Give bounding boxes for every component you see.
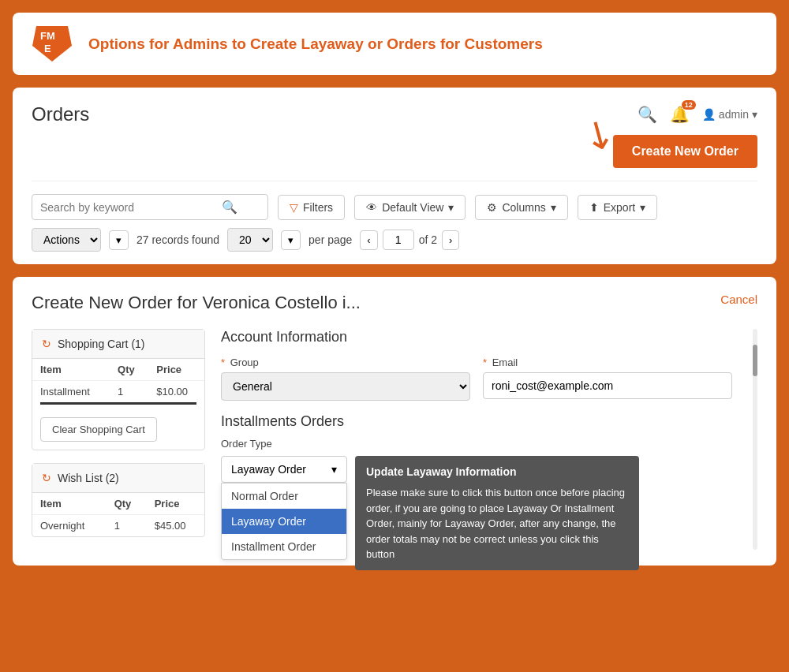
wishlist-section: ↻ Wish List (2) Item Qty Price Overnight… <box>32 463 205 537</box>
table-row: Overnight1$45.00 <box>32 515 204 537</box>
cart-col-price: Price <box>148 359 204 381</box>
create-new-order-panel: Create New Order for Veronica Costello i… <box>13 277 776 566</box>
search-row: 🔍 ▽ Filters 👁 Default View ▾ ⚙ Columns ▾… <box>32 194 757 220</box>
wishlist-col-price: Price <box>147 493 204 515</box>
email-label: * Email <box>483 357 732 368</box>
cancel-link[interactable]: Cancel <box>720 293 757 306</box>
order-type-label: Order Type <box>221 438 732 450</box>
tooltip-header: Update Layaway Information <box>366 464 628 480</box>
cart-item-qty: 1 <box>110 381 148 403</box>
svg-text:E: E <box>44 43 51 54</box>
create-new-order-button[interactable]: Create New Order <box>613 135 757 168</box>
actions-dropdown-btn[interactable]: ▾ <box>109 230 129 250</box>
search-submit-button[interactable]: 🔍 <box>222 200 237 215</box>
create-panel-header: Create New Order for Veronica Costello i… <box>32 293 757 313</box>
right-scrollbar[interactable] <box>753 329 757 550</box>
group-select[interactable]: General <box>221 372 470 401</box>
banner: FM E Options for Admins to Create Layawa… <box>13 13 776 75</box>
page-title: Orders <box>32 103 89 125</box>
chevron-down-icon: ▾ <box>640 201 645 214</box>
table-row: Installment1$10.00 <box>32 381 204 403</box>
eye-icon: 👁 <box>366 201 377 214</box>
cart-table-header-row: Item Qty Price <box>32 359 204 381</box>
user-icon: 👤 <box>702 108 716 121</box>
refresh-icon: ↻ <box>42 338 51 350</box>
installments-title: Installments Orders <box>221 413 732 430</box>
filters-button[interactable]: ▽ Filters <box>278 195 345 220</box>
page-number-input[interactable] <box>383 230 414 250</box>
wishlist-item-name: Overnight <box>32 515 107 537</box>
cart-col-item: Item <box>32 359 110 381</box>
pagination: ‹ of 2 › <box>360 230 459 250</box>
right-scrollbar-thumb <box>753 345 757 376</box>
filter-icon: ▽ <box>290 201 298 214</box>
wishlist-col-qty: Qty <box>107 493 147 515</box>
left-sidebar: ↻ Shopping Cart (1) Item Qty Price Insta… <box>32 329 205 550</box>
order-type-selected-value: Layaway Order <box>231 463 306 476</box>
export-label: Export <box>604 201 635 214</box>
orders-header: Orders 🔍 🔔 12 👤 admin ▾ <box>32 103 757 125</box>
order-type-row: Layaway Order ▾ Normal Order Layaway Ord… <box>221 456 732 483</box>
chevron-down-icon: ▾ <box>551 201 556 214</box>
wishlist-label: Wish List (2) <box>58 472 119 484</box>
group-form-group: * Group General <box>221 357 470 401</box>
notification-badge: 12 <box>682 100 696 110</box>
filter-label: Filters <box>303 201 333 214</box>
admin-label: admin <box>719 108 749 121</box>
clear-shopping-cart-button[interactable]: Clear Shopping Cart <box>40 417 157 442</box>
order-type-dropdown-area: Layaway Order ▾ Normal Order Layaway Ord… <box>221 456 347 483</box>
group-label: * Group <box>221 357 470 368</box>
order-type-select-button[interactable]: Layaway Order ▾ <box>221 456 347 483</box>
cart-table: Item Qty Price Installment1$10.00 <box>32 359 204 402</box>
next-page-button[interactable]: › <box>442 230 459 250</box>
wishlist-item-price: $45.00 <box>147 515 204 537</box>
dropdown-item-normal[interactable]: Normal Order <box>222 483 346 509</box>
fme-logo: FM E <box>28 22 76 65</box>
cart-item-name: Installment <box>32 381 110 403</box>
header-icons: 🔍 🔔 12 👤 admin ▾ <box>638 105 757 124</box>
columns-label: Columns <box>502 201 545 214</box>
per-page-dropdown-btn[interactable]: ▾ <box>281 230 301 250</box>
refresh-icon: ↻ <box>42 472 51 484</box>
email-form-group: * Email <box>483 357 732 401</box>
table-controls: Actions ▾ 27 records found 20 ▾ per page… <box>32 228 757 252</box>
dropdown-item-layaway[interactable]: Layaway Order <box>222 509 346 534</box>
dropdown-item-installment[interactable]: Installment Order <box>222 534 346 559</box>
chevron-down-icon: ▾ <box>331 463 337 476</box>
export-button[interactable]: ⬆ Export ▾ <box>578 195 657 220</box>
view-label: Default View <box>382 201 443 214</box>
columns-button[interactable]: ⚙ Columns ▾ <box>475 195 567 220</box>
update-layaway-tooltip: Update Layaway Information Please make s… <box>355 456 639 570</box>
cart-progress-bar <box>40 402 196 405</box>
actions-select[interactable]: Actions <box>32 228 101 252</box>
notification-bell-button[interactable]: 🔔 12 <box>670 105 690 124</box>
default-view-button[interactable]: 👁 Default View ▾ <box>354 195 466 220</box>
admin-user-button[interactable]: 👤 admin ▾ <box>702 108 757 121</box>
create-body: ↻ Shopping Cart (1) Item Qty Price Insta… <box>32 329 757 550</box>
search-icon: 🔍 <box>222 200 237 214</box>
columns-icon: ⚙ <box>487 201 497 214</box>
cart-col-qty: Qty <box>110 359 148 381</box>
shopping-cart-label: Shopping Cart (1) <box>58 338 145 350</box>
wishlist-col-item: Item <box>32 493 107 515</box>
tooltip-body: Please make sure to click this button on… <box>366 485 628 562</box>
search-icon-button[interactable]: 🔍 <box>638 105 657 124</box>
svg-text:FM: FM <box>40 30 55 42</box>
chevron-down-icon: ▾ <box>752 108 757 121</box>
orders-panel: Orders 🔍 🔔 12 👤 admin ▾ ↘ Create New Ord… <box>13 88 776 264</box>
email-input[interactable] <box>483 372 732 399</box>
create-panel-title: Create New Order for Veronica Costello i… <box>32 293 361 313</box>
page-total: of 2 <box>419 233 437 246</box>
cart-item-price: $10.00 <box>148 381 204 403</box>
search-box: 🔍 <box>32 194 268 220</box>
search-icon: 🔍 <box>638 106 657 123</box>
per-page-select[interactable]: 20 <box>227 228 273 252</box>
shopping-cart-header: ↻ Shopping Cart (1) <box>32 330 204 359</box>
wishlist-table: Item Qty Price Overnight1$45.00 <box>32 493 204 536</box>
wishlist-item-qty: 1 <box>107 515 147 537</box>
account-info-form-row: * Group General * Email <box>221 357 732 401</box>
search-input[interactable] <box>40 201 222 214</box>
per-page-label: per page <box>308 233 352 246</box>
records-found: 27 records found <box>136 233 219 246</box>
prev-page-button[interactable]: ‹ <box>360 230 377 250</box>
